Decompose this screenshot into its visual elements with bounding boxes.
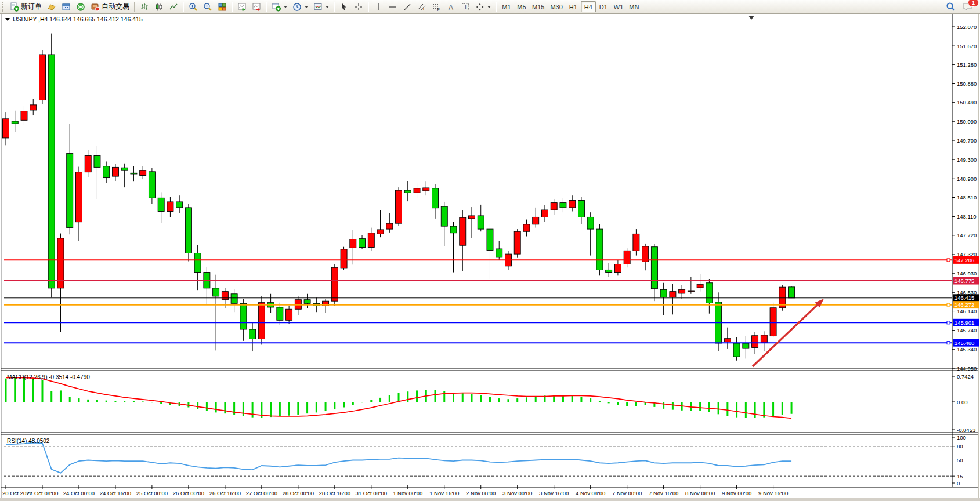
signals-button[interactable]	[74, 1, 88, 13]
macd-histogram-bar	[69, 397, 71, 402]
zoom-out-button[interactable]	[201, 1, 215, 13]
macd-histogram-bar	[580, 397, 582, 402]
period-clock-button[interactable]	[290, 1, 310, 13]
macd-histogram-bar	[124, 401, 125, 402]
timeframe-button-m30[interactable]: M30	[547, 1, 565, 12]
macd-histogram-bar	[635, 402, 637, 406]
macd-histogram-bar	[215, 402, 217, 412]
macd-axis-label: 0.7424	[957, 373, 974, 380]
macd-histogram-bar	[224, 402, 226, 413]
time-axis-label: 21 Oct 08:00	[27, 490, 58, 496]
price-level-badge-text: 145.480	[954, 340, 974, 346]
price-level-badge-text: 145.901	[954, 320, 974, 326]
macd-histogram-bar	[316, 402, 317, 412]
price-axis-label: 150.090	[957, 118, 977, 125]
templates-button[interactable]	[311, 1, 331, 13]
level-handle	[947, 259, 950, 262]
timeframe-button-w1[interactable]: W1	[611, 1, 627, 12]
macd-histogram-bar	[352, 402, 354, 405]
horizontal-line-tool-button[interactable]	[386, 1, 400, 13]
mt4-window: 新订单 自动交	[0, 0, 980, 501]
macd-histogram-bar	[745, 402, 747, 418]
market-watch-button[interactable]	[59, 1, 73, 13]
tile-windows-button[interactable]	[215, 1, 229, 13]
macd-histogram-bar	[187, 402, 189, 407]
cursor-tool-button[interactable]	[337, 1, 351, 13]
timeframe-button-h4[interactable]: H4	[581, 1, 596, 12]
timeframe-button-d1[interactable]: D1	[596, 1, 611, 12]
chart-canvas[interactable]: 152.070151.670151.280150.880150.490150.0…	[0, 14, 980, 501]
macd-histogram-bar	[370, 400, 372, 402]
timeframe-button-mn[interactable]: MN	[626, 1, 642, 12]
time-axis-label: 3 Nov 00:00	[502, 490, 532, 496]
price-axis-label: 146.140	[957, 308, 977, 314]
macd-histogram-bar	[389, 395, 390, 402]
macd-histogram-bar	[325, 402, 327, 411]
candlestick-chart-button[interactable]	[152, 1, 166, 13]
macd-histogram-bar	[498, 398, 500, 402]
timeframe-button-m1[interactable]: M1	[499, 1, 514, 12]
arrows-tool-button[interactable]	[473, 1, 493, 13]
timeframe-button-m5[interactable]: M5	[514, 1, 529, 12]
time-axis-label: 9 Nov 00:00	[722, 490, 751, 496]
line-chart-button[interactable]	[167, 1, 180, 13]
chart-title: USDJPY-,H4 146.644 146.665 146.412 146.4…	[5, 16, 143, 23]
rsi-axis-label: 80	[957, 443, 963, 449]
new-order-button[interactable]: 新订单	[8, 1, 44, 13]
toolbar-separator	[134, 2, 135, 12]
fibonacci-tool-button[interactable]: F	[429, 1, 443, 13]
macd-histogram-bar	[151, 402, 153, 402]
zoom-in-icon	[189, 2, 198, 12]
vertical-line-tool-button[interactable]	[371, 1, 385, 13]
arrows-icon	[475, 2, 484, 12]
crosshair-tool-button[interactable]	[352, 1, 366, 13]
vertical-line-icon	[374, 2, 383, 12]
auto-scroll-button[interactable]	[235, 1, 249, 13]
price-axis-label: 150.880	[957, 81, 977, 87]
timeframe-button-h1[interactable]: H1	[566, 1, 581, 12]
time-axis-label: 25 Oct 08:00	[136, 490, 168, 496]
timeframe-bar: M1M5M15M30H1H4D1W1MN	[499, 1, 642, 12]
timeframe-button-m15[interactable]: M15	[529, 1, 547, 12]
price-axis-label: 149.300	[957, 157, 977, 163]
macd-histogram-bar	[672, 402, 674, 410]
macd-histogram-bar	[297, 402, 299, 415]
time-axis-label: 31 Oct 08:00	[356, 490, 387, 496]
zoom-in-button[interactable]	[186, 1, 200, 13]
chart-shift-button[interactable]	[249, 1, 263, 13]
macd-histogram-bar	[690, 402, 692, 411]
profiles-button[interactable]	[45, 1, 59, 13]
notification-badge[interactable]: 1	[968, 0, 979, 7]
macd-histogram-bar	[489, 397, 491, 402]
macd-histogram-bar	[626, 402, 628, 406]
text-label-tool-button[interactable]: T	[458, 1, 472, 13]
new-chart-button[interactable]	[269, 1, 290, 13]
profiles-icon	[47, 2, 56, 12]
rsi-axis-label: 50	[957, 457, 963, 463]
price-axis-label: 151.280	[957, 61, 977, 68]
bar-chart-button[interactable]	[138, 1, 151, 13]
dropdown-caret-icon	[284, 6, 287, 8]
search-button[interactable]	[943, 1, 958, 13]
macd-histogram-bar	[270, 402, 272, 417]
trendline-tool-button[interactable]	[400, 1, 414, 13]
toolbar-separator	[334, 2, 335, 12]
price-axis-label: 149.700	[957, 137, 977, 144]
price-level-badge-text: 146.415	[954, 295, 974, 301]
auto-trading-button[interactable]: 自动交易	[88, 1, 132, 13]
macd-histogram-bar	[32, 378, 34, 402]
text-tool-button[interactable]: A	[444, 1, 458, 13]
macd-histogram-bar	[763, 402, 765, 418]
macd-histogram-bar	[5, 379, 7, 402]
price-axis-label: 145.340	[957, 346, 977, 353]
macd-histogram-bar	[78, 398, 79, 402]
macd-histogram-bar	[398, 393, 400, 402]
equidistant-channel-tool-button[interactable]: E	[415, 1, 429, 13]
toolbar-separator	[183, 2, 184, 12]
macd-axis-label: -0.8453	[957, 427, 975, 433]
price-axis-label: 150.490	[957, 99, 977, 106]
macd-histogram-bar	[708, 402, 710, 412]
auto-trading-icon	[91, 2, 100, 12]
macd-histogram-bar	[243, 402, 244, 416]
svg-text:A: A	[449, 3, 453, 11]
